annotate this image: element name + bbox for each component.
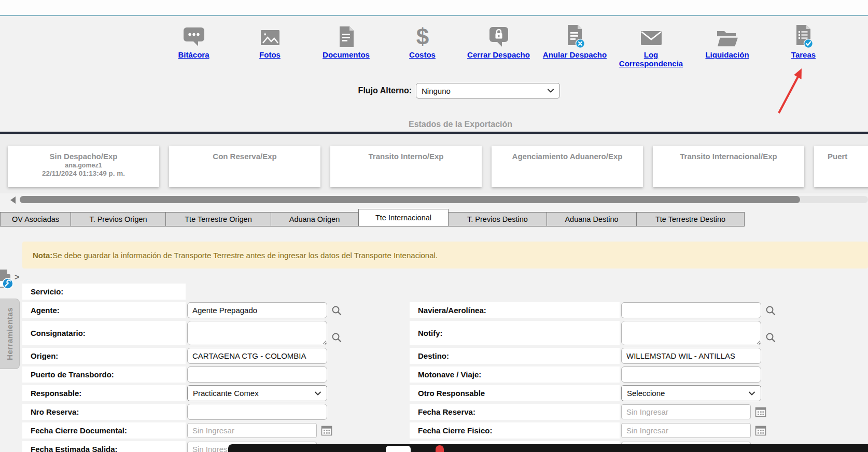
- toolbar-item-tareas[interactable]: Tareas: [765, 24, 842, 68]
- search-icon[interactable]: [331, 332, 342, 343]
- form-row-notify: Notify:: [410, 321, 773, 345]
- nro-reserva-field: [187, 404, 327, 420]
- destino-label: Destino:: [410, 348, 620, 364]
- flujo-alterno-label: Flujo Alterno:: [358, 86, 412, 95]
- otro-responsable-select[interactable]: Seleccione: [621, 385, 761, 401]
- motonave-viaje-input[interactable]: [621, 366, 761, 383]
- nro-reserva-label: Nro Reserva:: [22, 404, 186, 420]
- fecha-cierre-fisico-input[interactable]: [621, 423, 751, 438]
- toolbar-item-cerrar-despacho[interactable]: Cerrar Despacho: [460, 24, 537, 68]
- fecha-reserva-field: [621, 404, 767, 420]
- origen-field: [187, 348, 327, 364]
- toolbar-item-log-correspondencia[interactable]: Log Correspondencia: [613, 24, 689, 68]
- puerto-de-transbordo-field: [187, 366, 327, 383]
- tab-t-previos-destino[interactable]: T. Previos Destino: [449, 212, 547, 227]
- responsable-select[interactable]: Practicante Comex: [187, 385, 327, 401]
- form-row-naviera-aerolinea: Naviera/Aerolínea:: [410, 302, 773, 318]
- toolbar-item-fotos[interactable]: Fotos: [232, 24, 308, 68]
- form-row-fecha-reserva: Fecha Reserva:: [410, 404, 773, 420]
- consignatario-field: [187, 321, 342, 345]
- flujo-alterno-select[interactable]: Ninguno: [416, 83, 560, 98]
- responsable-value: Practicante Comex: [193, 389, 259, 398]
- agente-input[interactable]: [187, 302, 327, 318]
- toolbar-link-cerrar-despacho[interactable]: Cerrar Despacho: [467, 50, 530, 59]
- photo-icon: [259, 24, 282, 49]
- search-icon[interactable]: [765, 305, 776, 316]
- form-row-responsable: Responsable:Practicante Comex: [22, 385, 375, 401]
- chevron-down-icon: [314, 389, 321, 398]
- consignatario-textarea[interactable]: [187, 321, 327, 345]
- toolbar-link-costos[interactable]: Costos: [409, 50, 436, 59]
- toolbar-link-liquidacion[interactable]: Liquidación: [705, 50, 749, 59]
- status-cards-scrollbar: [0, 196, 868, 204]
- tab-aduana-origen[interactable]: Aduana Origen: [271, 212, 358, 227]
- fecha-cierre-fisico-field: [621, 422, 767, 439]
- tab-ov-asociadas[interactable]: OV Asociadas: [0, 212, 71, 227]
- toolbar-link-log-correspondencia[interactable]: Log Correspondencia: [615, 50, 688, 68]
- tab-t-previos-origen[interactable]: T. Previos Origen: [71, 212, 166, 227]
- search-icon[interactable]: [765, 332, 776, 343]
- puerto-de-transbordo-input[interactable]: [187, 366, 327, 383]
- fecha-reserva-input[interactable]: [621, 404, 751, 419]
- consignatario-label: Consignatario:: [22, 321, 186, 345]
- toolbar-item-liquidacion[interactable]: Liquidación: [689, 24, 765, 68]
- flujo-alterno-value: Ninguno: [422, 87, 451, 95]
- destino-input[interactable]: [621, 348, 761, 364]
- nro-reserva-input[interactable]: [187, 404, 327, 420]
- toolbar-link-documentos[interactable]: Documentos: [323, 50, 370, 59]
- destino-field: [621, 348, 761, 364]
- form-row-otro-responsable: Otro ResponsableSeleccione: [410, 385, 773, 401]
- motonave-viaje-label: Motonave / Viaje:: [410, 366, 620, 383]
- calendar-icon[interactable]: [754, 425, 767, 437]
- toolbar-item-costos[interactable]: $Costos: [384, 24, 460, 68]
- status-card: Con Reserva/Exp: [169, 146, 320, 187]
- toolbar-link-bitacora[interactable]: Bitácora: [178, 50, 209, 59]
- status-card: Sin Despacho/Expana.gomez122/11/2024 01:…: [8, 146, 159, 187]
- tab-tte-terrestre-origen[interactable]: Tte Terrestre Origen: [166, 212, 271, 227]
- toolbar-item-bitacora[interactable]: Bitácora: [156, 24, 232, 68]
- toolbar-link-tareas[interactable]: Tareas: [791, 50, 816, 59]
- tab-tte-terrestre-destino[interactable]: Tte Terrestre Destino: [637, 212, 745, 227]
- action-toolbar: BitácoraFotosDocumentos$CostosCerrar Des…: [156, 24, 842, 68]
- toolbar-link-fotos[interactable]: Fotos: [259, 50, 281, 59]
- naviera-aerolinea-input[interactable]: [621, 302, 761, 318]
- otro-responsable-label: Otro Responsable: [410, 385, 620, 401]
- sidebar-expand-chevron-icon[interactable]: >: [15, 273, 19, 282]
- document-icon: [336, 24, 357, 49]
- tab-aduana-destino[interactable]: Aduana Destino: [547, 212, 637, 227]
- form-row-motonave-viaje: Motonave / Viaje:: [410, 366, 773, 383]
- status-card-title: Sin Despacho/Exp: [8, 152, 159, 161]
- search-icon[interactable]: [331, 305, 342, 316]
- estados-section-title: Estados de la Exportación: [52, 120, 868, 129]
- sidebar-tab-herramientas[interactable]: Herramientas: [0, 299, 20, 369]
- form-row-destino: Destino:: [410, 348, 773, 364]
- notify-label: Notify:: [410, 321, 620, 345]
- fecha-estimada-salida-label: Fecha Estimada Salida:: [22, 441, 186, 452]
- envelope-icon: [639, 24, 664, 49]
- notify-field: [621, 321, 776, 345]
- calendar-icon[interactable]: [320, 425, 333, 437]
- toolbar-item-anular-despacho[interactable]: Anular Despacho: [537, 24, 613, 68]
- status-card: Agenciamiento Aduanero/Exp: [492, 146, 643, 187]
- tab-tte-internacional[interactable]: Tte Internacional: [358, 209, 449, 227]
- form-column-right: Naviera/Aerolínea:Notify:Destino:Motonav…: [410, 302, 773, 452]
- sidebar-tab-label: Herramientas: [5, 307, 14, 360]
- agente-label: Agente:: [22, 302, 186, 318]
- notify-textarea[interactable]: [621, 321, 761, 345]
- origen-input[interactable]: [187, 348, 327, 364]
- form-column-left: Servicio:Agente:Consignatario:Origen:Pue…: [22, 284, 375, 452]
- bottom-overlay-record-dot: [436, 445, 444, 452]
- note-text: Se debe guardar la información de Transp…: [52, 251, 438, 260]
- calendar-icon[interactable]: [754, 406, 767, 418]
- toolbar-item-documentos[interactable]: Documentos: [308, 24, 384, 68]
- status-card-user: ana.gomez1: [8, 162, 159, 169]
- scrollbar-track[interactable]: [20, 196, 868, 203]
- toolbar-link-anular-despacho[interactable]: Anular Despacho: [543, 50, 607, 59]
- naviera-aerolinea-field: [621, 302, 776, 318]
- status-card: Transito Interno/Exp: [330, 146, 482, 187]
- fecha-cierre-documental-input[interactable]: [187, 423, 317, 438]
- scrollbar-thumb[interactable]: [20, 196, 800, 203]
- status-card-title: Transito Internacional/Exp: [653, 152, 804, 161]
- scrollbar-left-arrow-icon[interactable]: [10, 196, 16, 204]
- top-divider: [0, 0, 868, 16]
